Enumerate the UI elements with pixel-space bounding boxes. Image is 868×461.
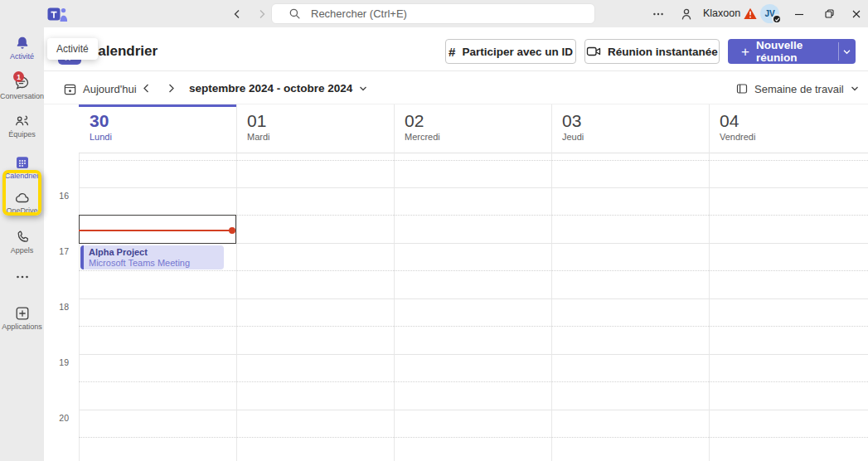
day-name: Lundi (90, 132, 236, 142)
work-week-icon (735, 82, 749, 95)
day-header-monday[interactable]: 30 Lundi (79, 104, 236, 153)
today-button[interactable]: Aujourd'hui (63, 81, 137, 96)
chat-icon: 1 (13, 75, 31, 91)
prev-week-button[interactable] (141, 83, 152, 94)
grid-vline (79, 153, 80, 461)
hour-line (79, 298, 868, 299)
meet-now-button[interactable]: Réunion instantanée (584, 39, 720, 64)
nav-back-button[interactable] (227, 4, 247, 24)
sidebar-item-label: OneDrive (6, 206, 37, 215)
event-title: Alpha Project (89, 246, 224, 258)
invite-people-icon[interactable] (676, 4, 696, 24)
day-header-wednesday[interactable]: 02 Mercredi (394, 104, 551, 153)
next-week-button[interactable] (166, 83, 177, 94)
close-button[interactable] (846, 3, 867, 24)
day-number: 01 (247, 110, 394, 131)
teams-window: Klaxoon JV Activité 1 (0, 0, 868, 461)
sidebar-item-calendar[interactable]: Calendrier (0, 154, 44, 180)
grid-vline (709, 104, 710, 461)
day-number: 03 (562, 110, 709, 131)
header-divider (44, 70, 868, 71)
day-number: 02 (405, 110, 551, 131)
unread-badge: 1 (13, 71, 24, 82)
titlebar: Klaxoon JV (0, 0, 868, 27)
bell-icon (14, 36, 31, 51)
half-hour-line (79, 437, 868, 438)
hour-line (79, 354, 868, 355)
date-range-label: septembre 2024 - octobre 2024 (189, 82, 352, 95)
new-meeting-split-button[interactable]: + Nouvelle réunion (728, 39, 856, 64)
sidebar-item-apps[interactable]: Applications (0, 305, 44, 331)
sidebar-item-more[interactable] (0, 271, 44, 283)
time-label: 17 (44, 246, 69, 256)
half-hour-line (79, 326, 868, 327)
event-card[interactable]: Alpha Project Microsoft Teams Meeting (80, 245, 224, 269)
day-header-friday[interactable]: 04 Vendredi (709, 104, 868, 153)
sidebar-item-label: Calendrier (5, 172, 40, 180)
org-name: Klaxoon (703, 5, 740, 22)
sidebar-item-label: Activité (10, 52, 34, 61)
sidebar-item-label: Équipes (8, 130, 36, 138)
time-label: 16 (44, 191, 69, 201)
time-label: 20 (44, 413, 69, 423)
join-with-id-label: Participer avec un ID (462, 46, 573, 58)
more-options-button[interactable] (648, 4, 668, 24)
grid-vline (551, 104, 552, 461)
cloud-icon (13, 191, 32, 206)
time-label: 18 (44, 302, 69, 312)
search-icon (289, 7, 301, 20)
hour-line (79, 410, 868, 410)
current-time-dot (229, 227, 235, 234)
join-with-id-button[interactable]: # Participer avec un ID (445, 39, 576, 64)
teams-logo-icon (46, 6, 70, 22)
search-input[interactable] (271, 3, 595, 24)
meet-now-label: Réunion instantanée (608, 46, 718, 58)
sidebar-item-activity[interactable]: Activité (0, 36, 44, 61)
day-header-thursday[interactable]: 03 Jeudi (551, 104, 709, 153)
sidebar-item-calls[interactable]: Appels (0, 229, 44, 255)
apps-plus-icon (14, 305, 31, 322)
half-hour-line (79, 381, 868, 382)
sidebar-item-chat[interactable]: 1 Conversation (0, 75, 44, 100)
day-header-bottom-border (79, 153, 868, 153)
restore-button[interactable] (817, 3, 841, 24)
date-range-dropdown[interactable]: septembre 2024 - octobre 2024 (189, 82, 368, 95)
day-name: Mercredi (405, 132, 551, 142)
day-number: 04 (720, 110, 868, 131)
day-name: Mardi (247, 132, 394, 142)
hour-line (79, 187, 868, 188)
new-meeting-button[interactable]: + Nouvelle réunion (728, 39, 838, 64)
camera-icon (586, 44, 601, 59)
warning-icon[interactable] (744, 7, 757, 20)
time-label: 19 (44, 357, 69, 367)
activity-tooltip: Activité (47, 38, 98, 60)
more-dots-icon (15, 271, 30, 283)
day-number: 30 (90, 110, 236, 131)
event-subtitle: Microsoft Teams Meeting (89, 258, 224, 269)
view-selector-label: Semaine de travail (754, 83, 844, 95)
today-label: Aujourd'hui (83, 83, 137, 95)
page-title: Calendrier (88, 43, 158, 60)
day-name: Jeudi (562, 132, 709, 142)
grid-vline (394, 104, 395, 461)
half-hour-line (79, 160, 868, 161)
current-time-line (79, 230, 233, 231)
sidebar-item-onedrive[interactable]: OneDrive (0, 191, 44, 215)
nav-forward-button[interactable] (252, 4, 272, 24)
view-selector-dropdown[interactable]: Semaine de travail (735, 82, 860, 95)
phone-icon (14, 229, 31, 245)
half-hour-line (79, 270, 868, 271)
presence-check-icon (772, 14, 782, 24)
sidebar-item-teams[interactable]: Équipes (0, 113, 44, 138)
search-field[interactable] (311, 7, 560, 20)
new-meeting-label: Nouvelle réunion (756, 39, 827, 64)
minimize-button[interactable] (788, 3, 811, 24)
sidebar: Activité 1 Conversation Équipes Calendri… (0, 27, 44, 461)
day-name: Vendredi (720, 132, 868, 142)
new-meeting-dropdown-button[interactable] (839, 39, 856, 64)
people-icon (13, 113, 31, 129)
calendar-icon (14, 154, 31, 171)
sidebar-item-label: Applications (2, 323, 42, 331)
sidebar-item-label: Conversation (0, 92, 44, 100)
day-header-tuesday[interactable]: 01 Mardi (236, 104, 394, 153)
